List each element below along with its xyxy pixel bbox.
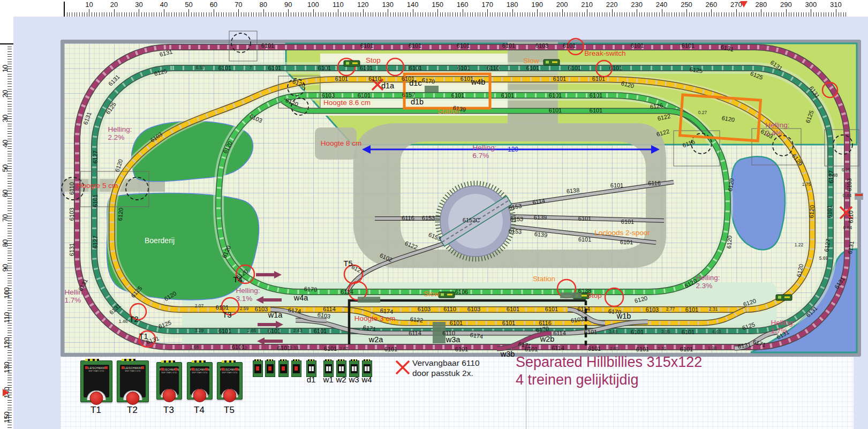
transformer-model: MSF TRAFO 6735 <box>120 370 146 372</box>
hruler-number: 50 <box>185 1 192 9</box>
signal-box[interactable] <box>291 360 301 377</box>
hruler-number: 310 <box>830 1 842 9</box>
transformer-T2[interactable]: FLEISCHMANNMSF TRAFO 6735 <box>117 360 149 402</box>
hruler-number: 130 <box>382 1 394 9</box>
hruler-marker[interactable] <box>740 1 748 7</box>
hruler-number: 260 <box>706 1 718 9</box>
hruler-number: 90 <box>284 1 292 9</box>
vruler-number: 50 <box>1 164 9 172</box>
switch-buttons[interactable] <box>364 364 371 373</box>
transformer-model: MSF TRAFO 6735 <box>160 372 179 374</box>
transformer-model: MSF TRAFO 6735 <box>84 370 109 372</box>
transformer-label: T5 <box>224 405 235 416</box>
transformer-label: T2 <box>127 405 138 416</box>
hruler-number: 200 <box>556 1 568 9</box>
signal-box[interactable] <box>278 360 289 377</box>
vruler-number: 10 <box>1 65 9 72</box>
vruler-number: 150 <box>3 411 11 423</box>
hruler-number: 30 <box>135 1 142 9</box>
hruler-number: 110 <box>333 1 344 9</box>
hruler-number: 140 <box>407 1 419 9</box>
switch-label: w2 <box>336 375 346 384</box>
vruler-number: 30 <box>1 115 9 122</box>
switch-buttons[interactable] <box>254 364 261 373</box>
vruler-number: 110 <box>3 312 11 323</box>
transformer-label: T3 <box>163 405 174 416</box>
hruler-number: 210 <box>581 1 593 9</box>
vruler-number: 100 <box>3 287 11 299</box>
transformer-knob[interactable] <box>90 392 103 405</box>
switch-label: w4 <box>361 375 372 384</box>
vertical-ruler[interactable]: 102030405060708090100110120130140150 <box>0 17 13 429</box>
vruler-number: 90 <box>1 264 9 272</box>
vruler-origin-tick <box>0 43 13 44</box>
transformer-knob[interactable] <box>193 389 207 402</box>
vruler-number: 40 <box>1 140 9 147</box>
vruler-marker[interactable] <box>3 389 9 396</box>
transformer-knob[interactable] <box>223 389 237 402</box>
hruler-number: 180 <box>507 1 518 9</box>
transformer-brand: FLEISCHMANN <box>190 368 209 371</box>
hruler-number: 290 <box>780 1 792 9</box>
transformer-brand: FLEISCHMANN <box>160 368 179 371</box>
switch-label: w1 <box>323 375 333 384</box>
hruler-number: 10 <box>85 1 93 9</box>
hruler-number: 220 <box>606 1 618 9</box>
switch-buttons[interactable] <box>325 364 332 373</box>
vruler-number: 70 <box>1 214 9 222</box>
switch-buttons[interactable] <box>338 364 345 373</box>
transformer-brand: FLEISCHMANN <box>120 367 146 370</box>
hruler-number: 230 <box>631 1 643 9</box>
horizontal-ruler[interactable]: 1020304050607080901001101201301401501601… <box>0 0 868 17</box>
switch-buttons[interactable] <box>308 364 315 373</box>
vruler-number: 60 <box>1 190 9 197</box>
vruler-number: 80 <box>1 239 9 247</box>
transformer-model: MSF TRAFO 6735 <box>190 372 209 374</box>
hruler-number: 300 <box>805 1 817 9</box>
switch-label: d1 <box>307 375 316 384</box>
transformer-brand: FLEISCHMANN <box>84 367 109 370</box>
hruler-number: 280 <box>756 1 767 9</box>
switch-buttons[interactable] <box>351 364 358 373</box>
transformer-T4[interactable]: FLEISCHMANNMSF TRAFO 6735 <box>187 362 213 400</box>
transformer-label: T4 <box>194 405 205 416</box>
transformer-knob[interactable] <box>126 392 140 405</box>
transformer-T5[interactable]: FLEISCHMANNMSF TRAFO 6735 <box>217 362 243 400</box>
vruler-number: 20 <box>1 90 9 97</box>
vruler-number: 130 <box>3 362 11 373</box>
switch-buttons[interactable] <box>280 364 287 373</box>
hruler-number: 240 <box>656 1 668 9</box>
hruler-number: 120 <box>357 1 369 9</box>
signal-box[interactable] <box>253 360 263 377</box>
hruler-number: 60 <box>210 1 217 9</box>
transformer-label: T1 <box>90 405 101 416</box>
hruler-number: 100 <box>307 1 319 9</box>
hruler-number: 150 <box>432 1 443 9</box>
hruler-number: 190 <box>531 1 543 9</box>
hruler-number: 80 <box>260 1 267 9</box>
hruler-number: 40 <box>160 1 168 9</box>
transformer-T3[interactable]: FLEISCHMANNMSF TRAFO 6735 <box>156 362 182 400</box>
hruler-major-ticks <box>64 9 846 17</box>
transformer-T1[interactable]: FLEISCHMANNMSF TRAFO 6735 <box>80 360 112 402</box>
hruler-origin-tick <box>64 2 65 17</box>
transformer-knob[interactable] <box>163 389 176 402</box>
hruler-number: 160 <box>457 1 469 9</box>
hruler-number: 70 <box>235 1 242 9</box>
switch-buttons[interactable] <box>293 364 300 373</box>
transformer-model: MSF TRAFO 6735 <box>220 372 239 374</box>
hruler-number: 250 <box>681 1 692 9</box>
switch-buttons[interactable] <box>267 364 274 373</box>
controls-layer: FLEISCHMANNMSF TRAFO 6735T1FLEISCHMANNMS… <box>0 0 868 429</box>
hruler-number: 170 <box>481 1 493 9</box>
switch-label: w3 <box>349 375 359 384</box>
transformer-brand: FLEISCHMANN <box>220 368 239 371</box>
vruler-number: 120 <box>3 337 11 349</box>
hruler-number: 20 <box>110 1 118 9</box>
signal-box[interactable] <box>265 360 275 377</box>
